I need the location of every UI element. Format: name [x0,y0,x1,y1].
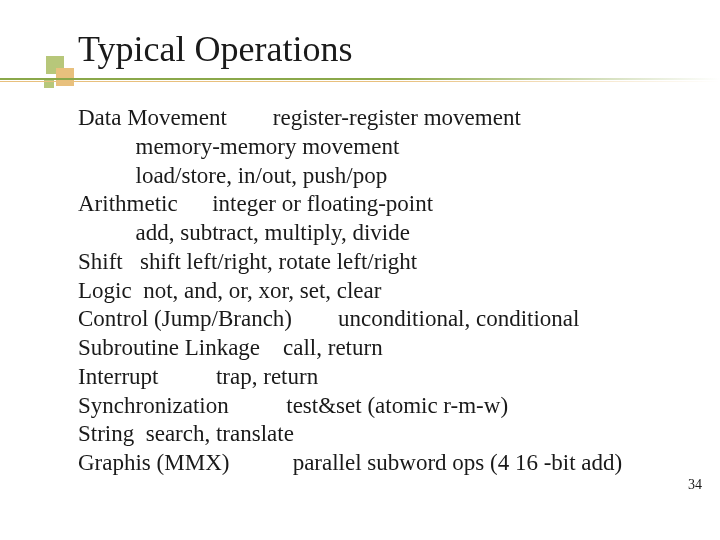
body-line: add, subtract, multiply, divide [78,219,672,248]
body-line: Interrupt trap, return [78,363,672,392]
body-line: Graphis (MMX) parallel subword ops (4 16… [78,449,672,478]
body-line: Logic not, and, or, xor, set, clear [78,277,672,306]
body-line: Synchronization test&set (atomic r-m-w) [78,392,672,421]
body-line: Arithmetic integer or floating-point [78,190,672,219]
slide-decoration [44,56,80,94]
slide-body: Data Movement register-register movement… [0,82,720,478]
body-line: load/store, in/out, push/pop [78,162,672,191]
body-line: Subroutine Linkage call, return [78,334,672,363]
page-number: 34 [688,477,702,493]
body-line: String search, translate [78,420,672,449]
body-line: Control (Jump/Branch) unconditional, con… [78,305,672,334]
body-line: memory-memory movement [78,133,672,162]
slide-title: Typical Operations [78,28,720,70]
title-underline [0,78,720,82]
body-line: Shift shift left/right, rotate left/righ… [78,248,672,277]
body-line: Data Movement register-register movement [78,104,672,133]
